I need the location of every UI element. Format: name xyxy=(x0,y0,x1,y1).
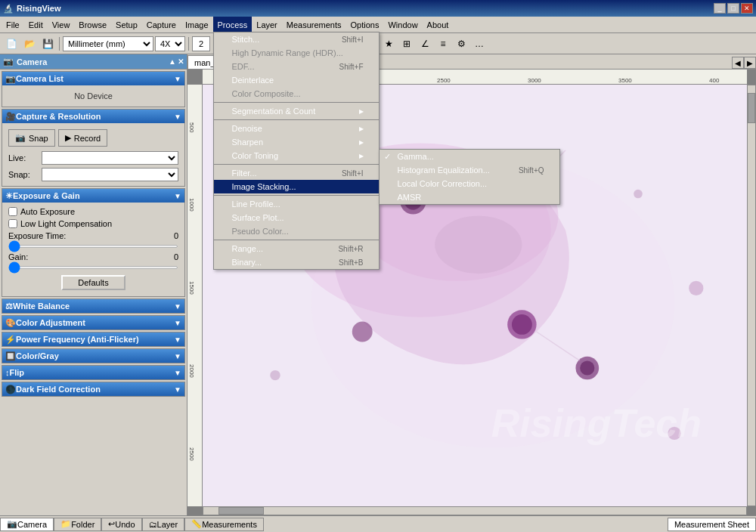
menu-options[interactable]: Options xyxy=(346,17,384,32)
power-freq-header[interactable]: ⚡ Power Frequency (Anti-Flicker) ▼ xyxy=(2,332,184,346)
cg-collapse[interactable]: ▼ xyxy=(174,352,181,360)
menu-setup[interactable]: Setup xyxy=(111,17,142,32)
scrollbar-v-thumb[interactable] xyxy=(748,93,755,123)
low-light-cb[interactable] xyxy=(8,219,17,228)
flip-header[interactable]: ↕ Flip ▼ xyxy=(2,366,184,379)
undo-status-icon: ↩ xyxy=(108,519,115,529)
menu-layer[interactable]: Layer xyxy=(252,17,282,32)
scrollbar-vertical[interactable] xyxy=(747,85,756,506)
ct-amsr[interactable]: AMSR xyxy=(380,190,559,204)
process-filter[interactable]: Filter...Shift+I xyxy=(214,166,379,180)
live-select[interactable] xyxy=(42,151,178,165)
status-measurements[interactable]: 📏 Measurements xyxy=(184,518,264,531)
capture-collapse[interactable]: ▼ xyxy=(174,113,181,121)
exposure-collapse[interactable]: ▼ xyxy=(174,192,181,200)
process-stitch[interactable]: Stitch...Shift+I xyxy=(214,32,379,46)
menu-about[interactable]: About xyxy=(423,17,454,32)
maximize-button[interactable]: □ xyxy=(727,3,739,14)
tb-grid[interactable]: ⊞ xyxy=(398,36,415,52)
camera-close[interactable]: ✕ xyxy=(178,57,184,66)
menu-measurements[interactable]: Measurements xyxy=(282,17,346,32)
record-button[interactable]: ▶ Record xyxy=(58,129,107,147)
camera-list-header[interactable]: 📷 Camera List ▼ xyxy=(2,72,184,85)
process-edf: EDF...Shift+F xyxy=(214,60,379,73)
status-camera[interactable]: 📷 Camera xyxy=(0,518,54,531)
tb-star[interactable]: ★ xyxy=(380,36,397,52)
cg-title: Color/Gray xyxy=(16,351,59,360)
exposure-slider[interactable] xyxy=(8,245,178,248)
tb-new[interactable]: 📄 xyxy=(3,36,20,52)
auto-exposure-cb[interactable] xyxy=(8,207,17,216)
watermark: RisingTech xyxy=(491,401,702,446)
camera-controls[interactable]: ▲ ✕ xyxy=(169,57,184,66)
status-undo[interactable]: ↩ Undo xyxy=(101,518,141,531)
status-folder[interactable]: 📁 Folder xyxy=(54,518,101,531)
snap-select[interactable] xyxy=(42,168,178,181)
tb-calibrate[interactable]: ≡ xyxy=(435,36,451,52)
tab-prev[interactable]: ◀ xyxy=(732,57,744,69)
camera-list-collapse[interactable]: ▼ xyxy=(174,75,181,83)
measurement-sheet-label: Measurement Sheet xyxy=(674,520,749,529)
process-sharpen[interactable]: Sharpen xyxy=(214,135,379,149)
process-color-toning[interactable]: Color Toning ✓ Gamma... Histogram Equali… xyxy=(214,149,379,162)
df-collapse[interactable]: ▼ xyxy=(174,385,181,394)
tb-angle[interactable]: ∠ xyxy=(417,36,433,52)
dark-field-header[interactable]: 🌑 Dark Field Correction ▼ xyxy=(2,382,184,396)
title-bar-controls[interactable]: _ □ ✕ xyxy=(714,3,753,14)
process-surface-plot[interactable]: Surface Plot... xyxy=(214,211,379,224)
tb-settings[interactable]: ⚙ xyxy=(453,36,469,52)
wb-collapse[interactable]: ▼ xyxy=(174,302,181,311)
menu-view[interactable]: View xyxy=(48,17,75,32)
process-deinterlace[interactable]: Deinterlace xyxy=(214,73,379,87)
menu-file[interactable]: File xyxy=(2,17,24,32)
exposure-time-label: Exposure Time: xyxy=(8,231,66,240)
tab-next[interactable]: ▶ xyxy=(744,57,756,69)
color-gray-header[interactable]: 🔲 Color/Gray ▼ xyxy=(2,349,184,363)
ruler-h-3000: 3000 xyxy=(528,77,541,84)
process-segmentation[interactable]: Segmentation & Count xyxy=(214,104,379,118)
process-image-stacking[interactable]: Image Stacking... xyxy=(214,180,379,193)
zoom-input[interactable] xyxy=(192,36,210,51)
pf-collapse[interactable]: ▼ xyxy=(174,336,181,344)
tb-more[interactable]: … xyxy=(471,36,488,52)
capture-header[interactable]: 🎥 Capture & Resolution ▼ xyxy=(2,110,184,123)
process-line-profile[interactable]: Line Profile... xyxy=(214,197,379,211)
ct-local-color[interactable]: Local Color Correction... xyxy=(380,177,559,190)
ca-collapse[interactable]: ▼ xyxy=(174,319,181,327)
ct-gamma[interactable]: ✓ Gamma... xyxy=(380,150,559,163)
scrollbar-h-thumb[interactable] xyxy=(218,507,264,515)
gain-slider[interactable] xyxy=(8,266,178,269)
snap-record-row: 📷 Snap ▶ Record xyxy=(5,126,181,150)
sep-tb1 xyxy=(59,37,60,51)
flip-collapse[interactable]: ▼ xyxy=(174,369,181,377)
exposure-header[interactable]: ☀ Exposure & Gain ▼ xyxy=(2,189,184,203)
scrollbar-horizontal[interactable] xyxy=(203,506,747,515)
snap-button[interactable]: 📷 Snap xyxy=(8,129,55,147)
process-range[interactable]: Range...Shift+R xyxy=(214,242,379,255)
tb-open[interactable]: 📂 xyxy=(21,36,38,52)
menu-window[interactable]: Window xyxy=(383,17,422,32)
defaults-button[interactable]: Defaults xyxy=(61,275,125,290)
measurement-sheet[interactable]: Measurement Sheet xyxy=(668,518,756,531)
app-icon: 🔬 xyxy=(3,4,14,14)
camera-collapse[interactable]: ▲ xyxy=(169,57,176,66)
tb-save[interactable]: 💾 xyxy=(39,36,56,52)
wb-icon: ⚖ xyxy=(5,302,13,311)
menu-image[interactable]: Image xyxy=(181,17,213,32)
white-balance-header[interactable]: ⚖ White Balance ▼ xyxy=(2,299,184,313)
menu-capture[interactable]: Capture xyxy=(142,17,181,32)
minimize-button[interactable]: _ xyxy=(714,3,726,14)
close-button[interactable]: ✕ xyxy=(741,3,753,14)
gain-label: Gain: xyxy=(8,252,28,261)
zoom-level-select[interactable]: 4X xyxy=(155,36,185,51)
status-layer[interactable]: 🗂 Layer xyxy=(142,518,185,531)
color-adj-header[interactable]: 🎨 Color Adjustment ▼ xyxy=(2,316,184,329)
menu-edit[interactable]: Edit xyxy=(24,17,48,32)
ct-histogram[interactable]: Histogram Equalization...Shift+Q xyxy=(380,163,559,177)
menu-browse[interactable]: Browse xyxy=(74,17,111,32)
process-denoise[interactable]: Denoise xyxy=(214,122,379,135)
svg-point-12 xyxy=(634,190,643,199)
process-binary[interactable]: Binary...Shift+B xyxy=(214,255,379,269)
zoom-unit-select[interactable]: Millimeter (mm) xyxy=(63,36,153,51)
menu-process[interactable]: Process Stitch...Shift+I High Dynamic Ra… xyxy=(213,17,253,32)
